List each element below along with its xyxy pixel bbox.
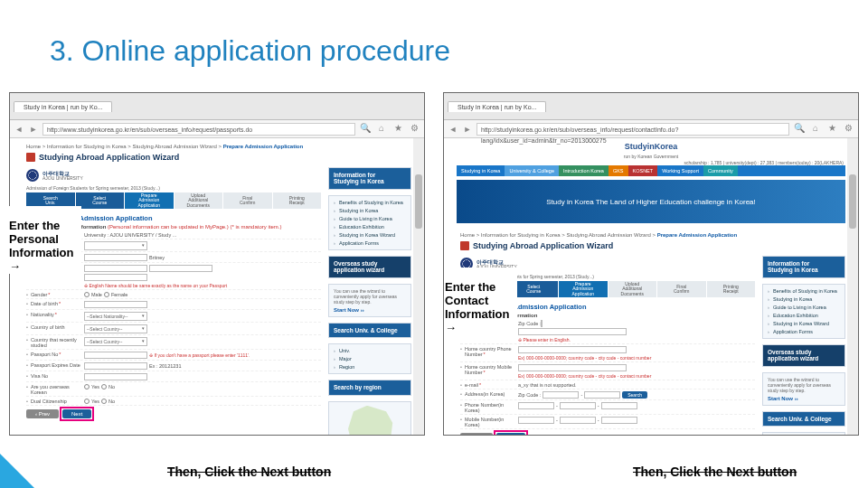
recent-country-select[interactable]: --Select Country-- [84, 337, 147, 346]
sidebar-search-head: Search Univ. & College [328, 323, 411, 338]
step-5[interactable]: Final Confirm [223, 192, 272, 209]
step-4[interactable]: Upload Additional Documents [609, 281, 657, 297]
ovk-yes-radio[interactable] [84, 384, 90, 389]
label-kor-addr: Address(in Korea) [460, 391, 514, 397]
browser-tab[interactable]: Study in Korea | run by Ko... [448, 101, 546, 112]
label-kor-mob: Mobile Number(in Korea) [460, 417, 514, 427]
sidebar-item[interactable]: Benefits of Studying in Korea [768, 288, 840, 294]
sidebar-item[interactable]: Guide to Living in Korea [334, 216, 406, 221]
gender-male-radio[interactable] [84, 292, 90, 297]
step-3[interactable]: Prepare Admission Application [125, 192, 174, 209]
home-addr-input[interactable] [518, 328, 627, 335]
sidebar-search-item[interactable]: Region [334, 364, 406, 370]
sidebar-item[interactable]: Application Forms [768, 329, 840, 334]
address-bar[interactable]: http://studyinkorea.go.kr/en/sub/oversea… [476, 123, 789, 136]
prev-button[interactable]: ‹ Prev [460, 433, 493, 435]
step-4[interactable]: Upload Additional Documents [175, 192, 223, 209]
sidebar-search-box: Univ. Major Region [328, 343, 411, 374]
nav-item[interactable]: Working Support [657, 165, 703, 176]
zip-search-button[interactable]: Search [622, 391, 647, 399]
step-3[interactable]: Prepare Admission Application [559, 281, 608, 297]
sidebar-search-item[interactable]: Univ. [334, 348, 406, 353]
ovk-no-radio[interactable] [101, 384, 107, 389]
back-icon[interactable]: ◄ [448, 124, 458, 135]
sidebar: Information for Studying in Korea Benefi… [762, 256, 845, 435]
home-icon[interactable]: ⌂ [375, 123, 388, 136]
dept-select[interactable] [84, 241, 147, 250]
sidebar-item[interactable]: Guide to Living in Korea [768, 305, 840, 310]
home-mob-input[interactable] [518, 364, 627, 371]
dob-input[interactable] [84, 301, 147, 308]
home-icon[interactable]: ⌂ [809, 123, 822, 136]
hint-name-passport: ※ English Name should be same exactly as… [84, 283, 227, 288]
kp1[interactable] [518, 402, 554, 409]
name-en-mn[interactable] [149, 265, 212, 272]
km2[interactable] [560, 417, 596, 424]
button-row: ‹ Prev Next [26, 409, 321, 418]
label-cob: Country of birth [26, 324, 80, 330]
nav-item[interactable]: KOSNET [628, 165, 658, 176]
search-icon[interactable]: 🔍 [359, 123, 372, 136]
nav-item[interactable]: Studying in Korea [457, 165, 505, 176]
browser-titlebar: Study in Korea | run by Ko... [444, 93, 858, 120]
forward-icon[interactable]: ► [28, 124, 39, 135]
back-icon[interactable]: ◄ [14, 124, 24, 135]
name-kr-input[interactable] [84, 254, 147, 261]
vertical-scrollbar[interactable] [413, 138, 424, 435]
name-en-ln[interactable] [84, 274, 147, 281]
kor-zip-input[interactable] [542, 391, 579, 399]
start-now-link[interactable]: Start Now [334, 307, 406, 313]
passport-expiry-input[interactable] [84, 362, 147, 370]
step-6[interactable]: Printing Receipt [707, 281, 756, 297]
km3[interactable] [601, 417, 637, 424]
step-6[interactable]: Printing Receipt [273, 192, 322, 209]
kp3[interactable] [601, 402, 637, 409]
kor-zip2-input[interactable] [584, 391, 620, 399]
home-phone-input[interactable] [518, 346, 627, 353]
gender-female-radio[interactable] [104, 292, 109, 297]
cob-select[interactable]: --Select Country-- [84, 324, 147, 333]
gear-icon[interactable]: ⚙ [842, 123, 854, 136]
home-zip-input[interactable] [541, 320, 542, 327]
address-bar[interactable]: http://www.studyinkorea.go.kr/en/sub/ove… [42, 123, 355, 136]
sidebar-item[interactable]: Education Exhibition [768, 313, 840, 318]
dual-yes-radio[interactable] [84, 399, 90, 404]
korea-map-icon[interactable] [343, 406, 397, 435]
nav-item[interactable]: Introduction Korea [559, 165, 609, 176]
gear-icon[interactable]: ⚙ [408, 123, 420, 136]
sidebar-item[interactable]: Application Forms [334, 240, 406, 246]
next-button[interactable]: Next [496, 433, 525, 435]
passport-input[interactable] [84, 352, 147, 359]
sidebar-item[interactable]: Studying in Korea Wizard [334, 232, 406, 238]
step-2[interactable]: Select Course [76, 192, 125, 209]
next-button[interactable]: Next [62, 409, 91, 418]
sidebar-item[interactable]: Benefits of Studying in Korea [334, 200, 406, 205]
prev-button[interactable]: ‹ Prev [26, 409, 59, 418]
vertical-scrollbar[interactable] [847, 138, 858, 435]
favorites-icon[interactable]: ★ [392, 123, 404, 136]
nav-item[interactable]: University & College [505, 165, 559, 176]
nav-item[interactable]: GKS [609, 165, 628, 176]
hero-banner: Study in Korea The Land of Higher Educat… [457, 180, 845, 223]
sidebar-item[interactable]: Studying in Korea [334, 208, 406, 213]
kp2[interactable] [560, 402, 596, 409]
visa-input[interactable] [84, 373, 147, 380]
nav-item[interactable]: Community [703, 165, 738, 176]
dual-no-radio[interactable] [101, 399, 107, 404]
search-icon[interactable]: 🔍 [793, 123, 806, 136]
start-now-link[interactable]: Start Now [768, 396, 840, 401]
browser-tab[interactable]: Study in Korea | run by Ko... [14, 101, 112, 112]
name-en-fn[interactable] [84, 265, 147, 272]
sidebar-item[interactable]: Studying in Korea Wizard [768, 321, 840, 326]
label-kor-phone: Phone Number(in Korea) [460, 402, 514, 413]
sidebar-search-item[interactable]: Major [334, 356, 406, 361]
favorites-icon[interactable]: ★ [826, 123, 838, 136]
step-5[interactable]: Final Confirm [657, 281, 706, 297]
sidebar-item[interactable]: Education Exhibition [334, 224, 406, 230]
step-2[interactable]: Select Course [510, 281, 559, 297]
km1[interactable] [518, 417, 554, 424]
sidebar-item[interactable]: Studying in Korea [768, 296, 840, 302]
nationality-select[interactable]: --Select Nationality-- [84, 312, 147, 321]
sidebar-info-box: Benefits of Studying in Korea Studying i… [762, 284, 845, 339]
forward-icon[interactable]: ► [462, 124, 473, 135]
